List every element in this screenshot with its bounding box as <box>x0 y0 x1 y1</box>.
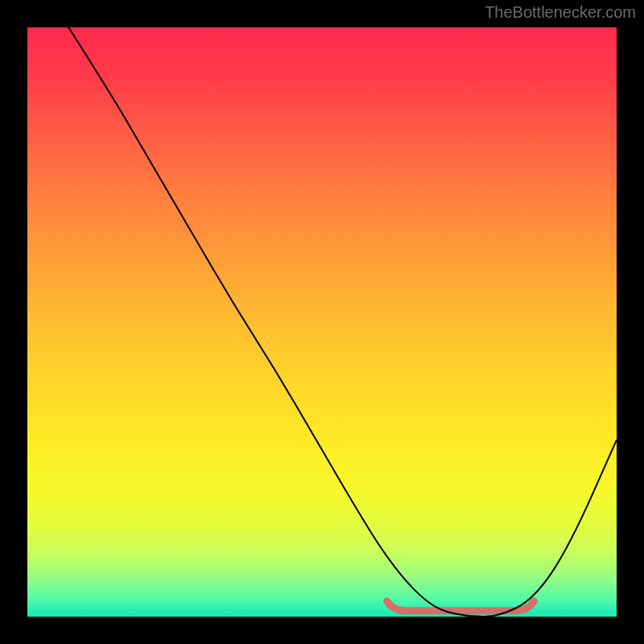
source-credit: TheBottlenecker.com <box>485 3 636 22</box>
curve-layer <box>27 27 617 617</box>
plot-area <box>27 27 617 617</box>
chart-container: TheBottlenecker.com <box>0 0 644 644</box>
bottleneck-curve <box>68 27 617 617</box>
